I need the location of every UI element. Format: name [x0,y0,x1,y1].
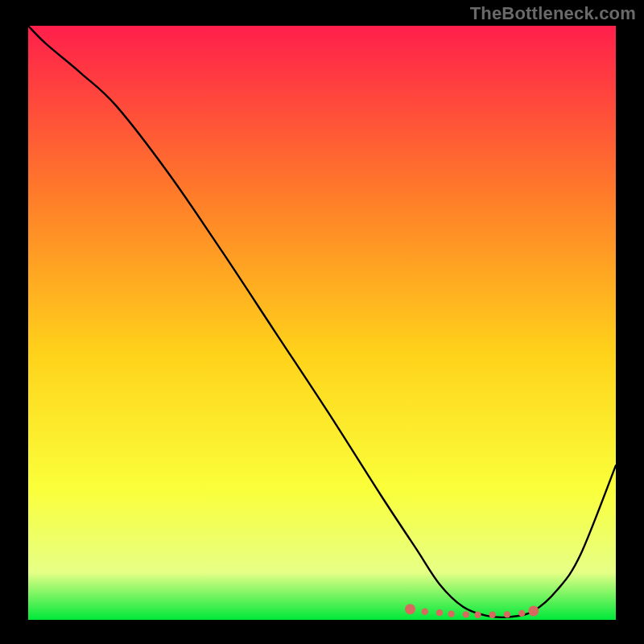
chart-frame: { "watermark": "TheBottleneck.com", "col… [0,0,644,644]
bottleneck-chart [0,0,644,644]
optimal-marker [463,611,469,617]
optimal-marker [518,610,525,617]
optimal-marker [474,612,481,618]
optimal-marker [489,612,496,618]
optimal-marker [448,610,454,617]
optimal-marker [436,609,443,616]
gradient-background [28,26,616,620]
optimal-marker [504,611,510,617]
optimal-marker [422,608,428,614]
optimal-marker [405,604,415,614]
optimal-marker [528,605,539,616]
